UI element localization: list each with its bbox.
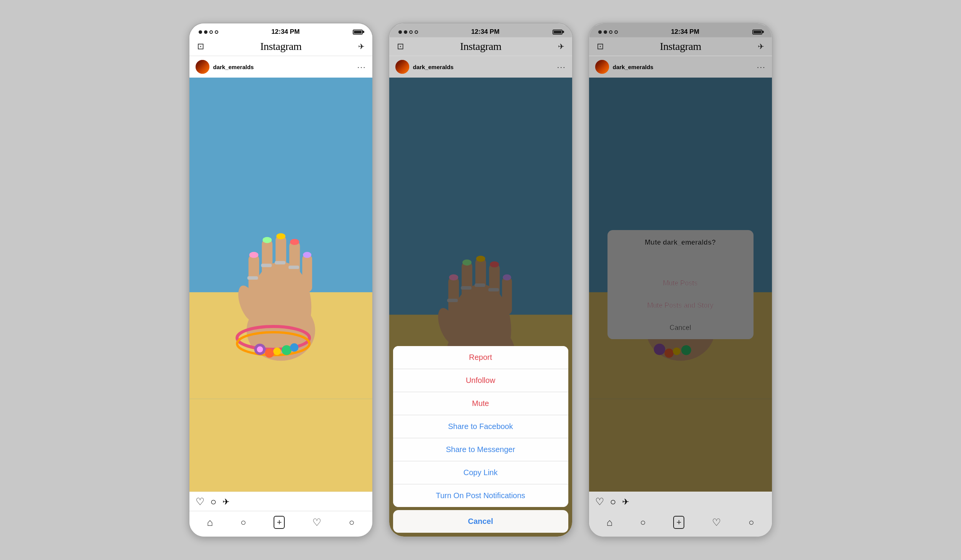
nav-bar-3: ⊡ Instagram ✈ bbox=[589, 37, 772, 56]
post-header-2: dark_emeralds ··· bbox=[389, 56, 572, 78]
search-nav-icon-3[interactable]: ○ bbox=[640, 517, 646, 528]
svg-rect-40 bbox=[488, 288, 499, 292]
phone-screen-1: 12:34 PM ⊡ Instagram ✈ dark_emeralds ··· bbox=[189, 23, 373, 537]
action-copy-link[interactable]: Copy Link bbox=[393, 461, 568, 484]
avatar-image-2 bbox=[395, 60, 409, 74]
svg-point-23 bbox=[265, 349, 274, 358]
status-right-2 bbox=[553, 30, 563, 35]
action-share-messenger[interactable]: Share to Messenger bbox=[393, 438, 568, 461]
svg-point-44 bbox=[490, 262, 499, 268]
status-right bbox=[353, 30, 363, 35]
post-actions-1: ♡ ○ ✈ bbox=[189, 492, 372, 511]
action-report[interactable]: Report bbox=[393, 346, 568, 369]
post-actions-3: ♡ ○ ✈ bbox=[589, 492, 772, 511]
dot-2 bbox=[204, 30, 207, 34]
dot-3-2 bbox=[604, 30, 607, 34]
svg-rect-11 bbox=[261, 263, 272, 267]
svg-point-25 bbox=[281, 345, 291, 355]
time-display-2: 12:34 PM bbox=[471, 28, 500, 36]
comment-button-1[interactable]: ○ bbox=[211, 496, 217, 508]
action-cancel-button[interactable]: Cancel bbox=[393, 510, 568, 533]
app-title-1: Instagram bbox=[260, 40, 301, 53]
svg-point-41 bbox=[449, 274, 458, 280]
share-button-1[interactable]: ✈ bbox=[222, 497, 229, 507]
action-unfollow[interactable]: Unfollow bbox=[393, 369, 568, 392]
avatar-2 bbox=[395, 60, 409, 74]
svg-rect-38 bbox=[461, 286, 471, 290]
svg-point-20 bbox=[303, 252, 311, 258]
avatar-1 bbox=[196, 60, 209, 74]
svg-point-43 bbox=[476, 256, 485, 262]
svg-rect-35 bbox=[502, 277, 512, 315]
camera-icon-3[interactable]: ⊡ bbox=[597, 41, 604, 51]
mute-posts-button[interactable]: Mute Posts bbox=[607, 272, 754, 295]
username-1: dark_emeralds bbox=[213, 64, 357, 70]
send-icon[interactable]: ✈ bbox=[358, 42, 365, 51]
svg-rect-13 bbox=[288, 265, 299, 269]
svg-point-18 bbox=[276, 233, 285, 239]
svg-rect-10 bbox=[247, 276, 258, 280]
add-nav-icon-3[interactable]: + bbox=[673, 516, 684, 529]
avatar-3 bbox=[595, 60, 609, 74]
svg-point-45 bbox=[503, 274, 511, 280]
action-share-facebook[interactable]: Share to Facebook bbox=[393, 415, 568, 438]
status-bar-3: 12:34 PM bbox=[589, 23, 772, 37]
battery-fill bbox=[354, 31, 362, 33]
battery-icon-3 bbox=[752, 30, 762, 35]
comment-button-3[interactable]: ○ bbox=[610, 496, 616, 508]
username-3: dark_emeralds bbox=[613, 64, 757, 70]
action-mute[interactable]: Mute bbox=[393, 392, 568, 415]
action-sheet: Report Unfollow Mute Share to Facebook S… bbox=[389, 346, 572, 537]
nav-bar-1: ⊡ Instagram ✈ bbox=[189, 37, 372, 56]
more-options-button-3[interactable]: ··· bbox=[757, 63, 766, 71]
mute-dialog-subtitle: You can unmute them from their profile. … bbox=[617, 250, 744, 265]
signal-dots-3 bbox=[598, 30, 618, 34]
time-display: 12:34 PM bbox=[271, 28, 300, 36]
avatar-image-1 bbox=[196, 60, 209, 74]
svg-rect-12 bbox=[275, 261, 285, 265]
signal-dots bbox=[199, 30, 218, 34]
home-nav-icon[interactable]: ⌂ bbox=[207, 517, 213, 529]
svg-rect-34 bbox=[489, 263, 500, 311]
screens-container: 12:34 PM ⊡ Instagram ✈ dark_emeralds ··· bbox=[0, 0, 961, 560]
like-button-1[interactable]: ♡ bbox=[196, 496, 204, 508]
share-button-3[interactable]: ✈ bbox=[622, 497, 629, 507]
profile-nav-icon[interactable]: ○ bbox=[349, 517, 355, 528]
likes-nav-icon[interactable]: ♡ bbox=[312, 517, 321, 529]
battery-fill-3 bbox=[754, 31, 761, 33]
search-nav-icon[interactable]: ○ bbox=[241, 517, 246, 528]
status-bar-2: 12:34 PM bbox=[389, 23, 572, 37]
dot-3 bbox=[209, 30, 213, 34]
like-button-3[interactable]: ♡ bbox=[595, 496, 604, 508]
more-options-button-2[interactable]: ··· bbox=[557, 63, 566, 71]
send-icon-2[interactable]: ✈ bbox=[558, 42, 564, 51]
action-post-notifications[interactable]: Turn On Post Notifications bbox=[393, 484, 568, 507]
camera-icon[interactable]: ⊡ bbox=[197, 41, 204, 51]
svg-rect-37 bbox=[447, 299, 458, 302]
home-nav-icon-3[interactable]: ⌂ bbox=[606, 517, 612, 529]
profile-nav-icon-3[interactable]: ○ bbox=[749, 517, 754, 528]
status-right-3 bbox=[752, 30, 762, 35]
likes-nav-icon-3[interactable]: ♡ bbox=[712, 517, 721, 529]
mute-cancel-button[interactable]: Cancel bbox=[607, 317, 754, 339]
svg-point-17 bbox=[262, 237, 272, 243]
dot-2-2 bbox=[404, 30, 407, 34]
more-options-button-1[interactable]: ··· bbox=[357, 63, 366, 71]
post-image-3: Mute dark_emeralds? You can unmute them … bbox=[589, 78, 772, 492]
dot-1 bbox=[199, 30, 202, 34]
mute-posts-story-button[interactable]: Mute Posts and Story bbox=[607, 295, 754, 317]
bottom-nav-3: ⌂ ○ + ♡ ○ bbox=[589, 511, 772, 537]
add-nav-icon[interactable]: + bbox=[274, 516, 285, 529]
svg-point-26 bbox=[290, 343, 298, 352]
camera-icon-2[interactable]: ⊡ bbox=[397, 41, 404, 51]
svg-point-42 bbox=[462, 260, 471, 266]
send-icon-3[interactable]: ✈ bbox=[758, 42, 764, 51]
post-header-3: dark_emeralds ··· bbox=[589, 56, 772, 78]
dot-4 bbox=[215, 30, 218, 34]
nav-bar-2: ⊡ Instagram ✈ bbox=[389, 37, 572, 56]
signal-dots-2 bbox=[398, 30, 418, 34]
mute-dialog-header: Mute dark_emeralds? You can unmute them … bbox=[607, 230, 754, 272]
phone-screen-2: 12:34 PM ⊡ Instagram ✈ dark_emeralds ··· bbox=[388, 23, 573, 537]
time-display-3: 12:34 PM bbox=[671, 28, 699, 36]
dot-2-4 bbox=[415, 30, 418, 34]
